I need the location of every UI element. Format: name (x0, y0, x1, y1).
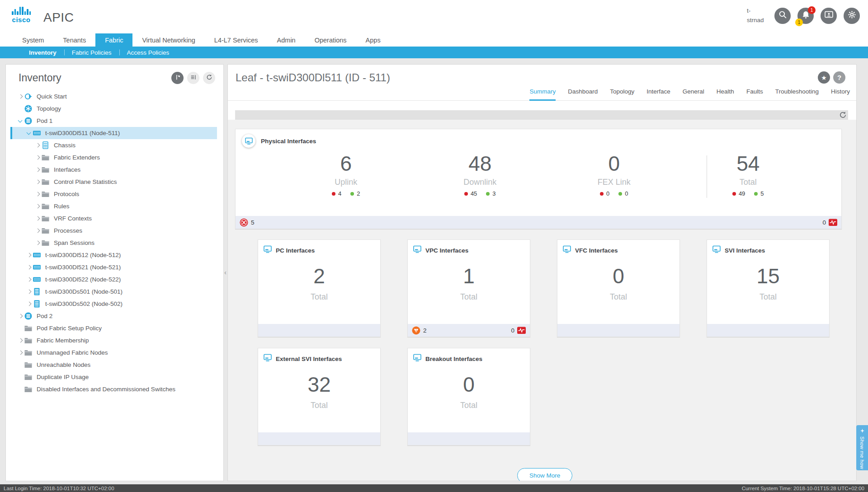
help-button[interactable]: ? (833, 71, 845, 84)
tree-item[interactable]: VRF Contexts (10, 212, 217, 225)
detail-tab[interactable]: Troubleshooting (775, 88, 819, 101)
tree-item[interactable]: t-swiD300Dl511 (Node-511) (10, 127, 217, 139)
chevron-icon[interactable] (34, 154, 42, 161)
tree-item[interactable]: t-swiD300Ds501 (Node-501) (10, 286, 217, 298)
fault-summary[interactable]: 2 (412, 326, 429, 335)
show-me-how-tab[interactable]: Show me how (856, 425, 868, 470)
notifications-button[interactable]: 1 1 (797, 8, 814, 24)
subnav-tab[interactable]: Access Policies (119, 49, 177, 56)
health-trend[interactable]: 0 (508, 326, 526, 335)
chevron-icon[interactable] (34, 166, 42, 173)
detail-tab[interactable]: Faults (746, 88, 763, 101)
detail-tab[interactable]: Health (717, 88, 734, 101)
tree-item[interactable]: Unmanaged Fabric Nodes (10, 347, 217, 359)
tree-item[interactable]: Fabric Membership (10, 334, 217, 347)
tree-item[interactable]: Processes (10, 225, 217, 237)
nav-tab[interactable]: System (13, 33, 53, 47)
tree-item[interactable]: Fabric Extenders (10, 151, 217, 164)
tree-item[interactable]: Topology (10, 103, 217, 115)
tree-item[interactable]: t-swiD300Dl522 (Node-522) (10, 273, 217, 286)
chevron-icon[interactable] (34, 202, 42, 210)
search-button[interactable] (774, 8, 791, 24)
settings-button[interactable] (844, 8, 860, 24)
chevron-icon[interactable] (34, 141, 42, 149)
username[interactable]: t-strnad (747, 6, 768, 25)
tree-item[interactable]: t-swiD300Ds502 (Node-502) (10, 298, 217, 310)
secondary-nav: InventoryFabric PoliciesAccess Policies (0, 47, 868, 58)
chevron-icon[interactable] (34, 215, 42, 222)
detail-tab[interactable]: Topology (610, 88, 634, 101)
chevron-icon[interactable] (17, 385, 24, 393)
chevron-icon[interactable] (25, 288, 33, 295)
favorite-button[interactable]: ★ (818, 71, 830, 84)
show-more-button[interactable]: Show More (517, 468, 572, 481)
apic-screen: cisco APIC t-strnad 1 1 SystemTenantsFab… (0, 0, 868, 492)
tree-item[interactable]: t-swiD300Dl512 (Node-512) (10, 249, 217, 261)
tree-item[interactable]: Rules (10, 200, 217, 212)
nav-tab[interactable]: Apps (356, 33, 390, 47)
tree-item[interactable]: Quick Start (10, 90, 217, 103)
tree-item[interactable]: Unreachable Nodes (10, 359, 217, 371)
chevron-icon[interactable] (17, 117, 24, 125)
tree-item[interactable]: Interfaces (10, 164, 217, 176)
chevron-icon[interactable] (17, 349, 24, 356)
panel-collapse-handle[interactable]: ‹ (224, 268, 226, 276)
tree-item[interactable]: Chassis (10, 139, 217, 151)
tree-item[interactable]: Pod Fabric Setup Policy (10, 322, 217, 334)
refresh-button[interactable] (839, 111, 847, 119)
chevron-icon[interactable] (34, 239, 42, 247)
health-trend[interactable]: 0 (820, 218, 837, 227)
nav-tab[interactable]: Admin (268, 33, 305, 47)
subnav-tab[interactable]: Fabric Policies (64, 49, 119, 56)
up-count: 3 (492, 190, 495, 197)
chevron-icon[interactable] (17, 337, 24, 344)
tree-item[interactable]: Duplicate IP Usage (10, 371, 217, 383)
tree-item[interactable]: t-swiD300Dl521 (Node-521) (10, 261, 217, 273)
tree-item[interactable]: Protocols (10, 188, 217, 200)
tree-item[interactable]: Span Sessions (10, 237, 217, 249)
tree-item[interactable]: Pod 1 (10, 115, 217, 127)
chevron-icon[interactable] (25, 276, 33, 283)
chevron-icon[interactable] (34, 227, 42, 234)
detail-tab[interactable]: History (831, 88, 850, 101)
interface-card: External SVI Interfaces 32 Total (258, 348, 381, 445)
up-dot (350, 192, 354, 196)
chevron-icon[interactable] (34, 178, 42, 186)
tree-item-label: VRF Contexts (54, 215, 92, 222)
detail-tab[interactable]: Dashboard (568, 88, 598, 101)
detail-tab[interactable]: Interface (646, 88, 670, 101)
chevron-icon[interactable] (25, 129, 33, 137)
filter-button[interactable] (187, 72, 199, 84)
detail-tab[interactable]: General (683, 88, 704, 101)
tree-item[interactable]: Disabled Interfaces and Decommissioned S… (10, 383, 217, 395)
tree-item[interactable]: Control Plane Statistics (10, 176, 217, 188)
user-area: t-strnad 1 1 (747, 6, 860, 25)
tree-item[interactable]: Pod 2 (10, 310, 217, 322)
chevron-icon[interactable] (17, 373, 24, 381)
chevron-icon[interactable] (17, 93, 24, 100)
chevron-icon[interactable] (25, 300, 33, 308)
nav-tab[interactable]: L4-L7 Services (205, 33, 268, 47)
interface-stat: 48 Downlink 45 3 (413, 153, 547, 197)
header-actions: ★ ? (818, 71, 845, 84)
nav-tab[interactable]: Virtual Networking (132, 33, 204, 47)
chevron-icon[interactable] (25, 251, 33, 259)
detail-tab[interactable]: Summary (529, 88, 556, 101)
chevron-icon[interactable] (17, 361, 24, 369)
chevron-icon[interactable] (17, 312, 24, 320)
nav-tab[interactable]: Tenants (53, 33, 95, 47)
refresh-tree-button[interactable] (203, 72, 215, 84)
chevron-icon[interactable] (17, 324, 24, 332)
chevron-icon[interactable] (25, 263, 33, 271)
collapse-tree-button[interactable] (171, 72, 184, 84)
chevron-icon[interactable] (17, 105, 24, 112)
subnav-tab[interactable]: Inventory (21, 49, 64, 56)
chevron-icon[interactable] (34, 190, 42, 198)
nav-tab[interactable]: Fabric (95, 33, 132, 47)
card-header: VPC Interfaces (408, 240, 530, 255)
sessions-button[interactable] (821, 8, 837, 24)
stat-value: 54 (681, 153, 816, 174)
stat-updown: 45 3 (413, 190, 547, 197)
nav-tab[interactable]: Operations (305, 33, 356, 47)
fault-summary[interactable]: 5 (240, 218, 257, 227)
